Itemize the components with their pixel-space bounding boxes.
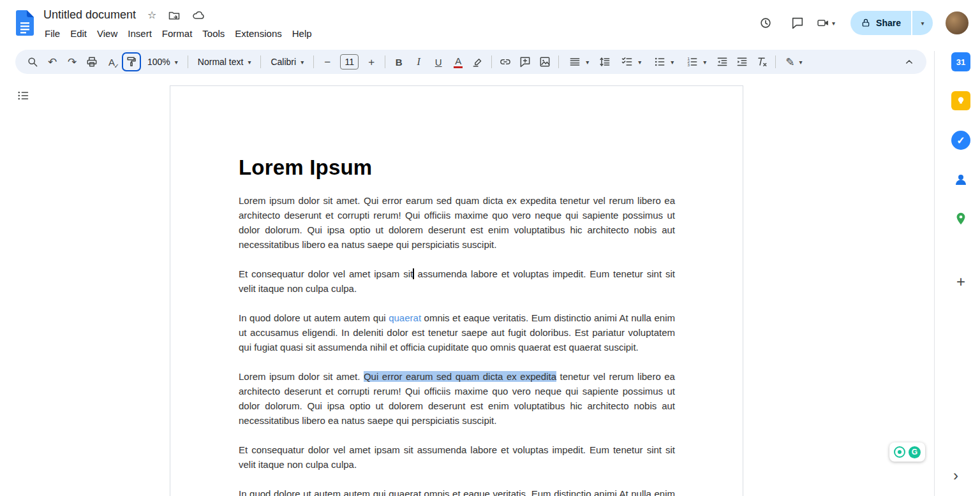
undo-icon: ↶ [48, 57, 57, 68]
menu-item-format[interactable]: Format [157, 26, 198, 41]
header-actions: ▾ Share ▾ [753, 10, 969, 36]
clear-formatting-button[interactable] [752, 52, 771, 71]
text-run: In quod dolore ut autem autem qui [239, 312, 389, 323]
editing-mode-button[interactable]: ✎ ▾ [780, 52, 808, 71]
increase-font-size-button[interactable]: + [362, 52, 381, 71]
maps-icon[interactable] [951, 209, 970, 228]
menu-item-edit[interactable]: Edit [65, 26, 92, 41]
add-comment-button[interactable] [516, 52, 535, 71]
font-select[interactable]: Calibri ▾ [265, 52, 309, 71]
comments-icon[interactable] [785, 10, 810, 36]
checklist-icon [621, 55, 634, 68]
show-outline-button[interactable] [17, 89, 33, 106]
formatting-toolbar: ↶ ↷ A✓ 100% ▾ Normal text ▾ Calibri ▾ − … [15, 50, 926, 74]
document-title[interactable]: Untitled document [43, 8, 136, 22]
calendar-icon[interactable]: 31 [951, 52, 970, 71]
redo-icon: ↷ [68, 57, 77, 68]
toolbar-separator [491, 55, 492, 68]
decrease-font-size-button[interactable]: − [318, 52, 337, 71]
align-button[interactable]: ▾ [563, 52, 595, 71]
numbered-list-button[interactable]: 123 ▾ [680, 52, 712, 71]
contacts-icon[interactable] [951, 170, 970, 189]
menu-item-extensions[interactable]: Extensions [230, 26, 286, 41]
share-button-label: Share [876, 18, 901, 28]
align-icon [568, 55, 581, 68]
highlighter-icon [471, 55, 484, 68]
toolbar-separator [313, 55, 314, 68]
increase-indent-button[interactable] [732, 52, 752, 71]
share-button[interactable]: Share [850, 11, 911, 35]
paint-format-button[interactable] [122, 52, 141, 71]
pen-icon: ✎ [785, 57, 794, 68]
grammarly-status-icon [894, 446, 905, 458]
toolbar-separator [775, 55, 776, 68]
bulleted-list-button[interactable]: ▾ [648, 52, 679, 71]
toolbar-separator [385, 55, 385, 68]
decrease-indent-button[interactable] [713, 52, 732, 71]
spellcheck-button[interactable]: A✓ [102, 52, 121, 71]
paragraph[interactable]: Lorem ipsum dolor sit amet. Qui error ea… [239, 193, 675, 252]
insert-link-button[interactable] [496, 52, 515, 71]
hide-menus-button[interactable] [900, 52, 919, 71]
menu-item-help[interactable]: Help [287, 26, 317, 41]
zoom-select[interactable]: 100% ▾ [142, 52, 184, 71]
doc-heading[interactable]: Lorem Ipsum [239, 156, 675, 180]
meet-dropdown-arrow[interactable]: ▾ [832, 20, 835, 27]
grammarly-widget[interactable]: G [889, 442, 925, 462]
paragraph[interactable]: In quod dolore ut autem autem qui quaera… [239, 486, 675, 496]
menu-item-view[interactable]: View [92, 26, 122, 41]
svg-text:3: 3 [688, 62, 690, 67]
bold-button[interactable]: B [389, 52, 408, 71]
user-avatar[interactable] [946, 11, 969, 34]
version-history-icon[interactable] [753, 10, 778, 36]
menu-item-tools[interactable]: Tools [197, 26, 230, 41]
paint-format-icon [125, 55, 138, 68]
italic-button[interactable]: I [409, 52, 428, 71]
menu-item-insert[interactable]: Insert [122, 26, 157, 41]
minus-icon: − [324, 57, 330, 68]
highlight-color-button[interactable] [468, 52, 487, 71]
share-button-group: Share ▾ [850, 11, 933, 35]
print-button[interactable] [82, 52, 101, 71]
share-dropdown-arrow[interactable]: ▾ [912, 11, 933, 35]
add-comment-icon [519, 55, 531, 68]
doc-body[interactable]: Lorem ipsum dolor sit amet. Qui error ea… [239, 193, 675, 496]
selected-text: Qui error earum sed quam dicta ex expedi… [364, 371, 556, 382]
doc-hyperlink[interactable]: quaerat [389, 312, 421, 323]
document-page[interactable]: Lorem Ipsum Lorem ipsum dolor sit amet. … [170, 85, 743, 496]
cloud-saved-icon[interactable] [192, 9, 205, 22]
star-icon[interactable]: ☆ [147, 10, 156, 20]
paragraph[interactable]: Et consequatur dolor vel amet ipsam sit … [239, 442, 675, 472]
text-color-button[interactable]: A [449, 52, 468, 71]
font-size-input[interactable]: 11 [340, 54, 359, 69]
move-to-folder-icon[interactable] [168, 9, 181, 22]
font-value: Calibri [271, 57, 296, 67]
paragraph-style-select[interactable]: Normal text ▾ [192, 52, 257, 71]
insert-image-button[interactable] [535, 52, 554, 71]
lock-icon [861, 18, 871, 28]
underline-button[interactable]: U [429, 52, 448, 71]
line-spacing-button[interactable] [595, 52, 614, 71]
text-run: Et consequatur dolor vel amet ipsam sit … [239, 444, 675, 470]
undo-button[interactable]: ↶ [43, 52, 62, 71]
tasks-icon[interactable]: ✓ [951, 131, 970, 150]
menu-item-file[interactable]: File [40, 26, 65, 41]
show-side-panel-icon[interactable]: › [953, 467, 958, 485]
get-addons-icon[interactable]: + [951, 272, 970, 291]
redo-button[interactable]: ↷ [63, 52, 82, 71]
docs-logo-icon[interactable] [16, 10, 34, 36]
checklist-button[interactable]: ▾ [615, 52, 647, 71]
paragraph[interactable]: In quod dolore ut autem autem qui quaera… [239, 310, 675, 354]
meet-join-button[interactable]: ▾ [817, 17, 835, 29]
grammarly-g-icon: G [909, 446, 921, 458]
search-menus-button[interactable] [23, 52, 42, 71]
paragraph[interactable]: Et consequatur dolor vel amet ipsam sit … [239, 266, 675, 296]
numbered-list-icon: 123 [686, 55, 699, 68]
paragraph[interactable]: Lorem ipsum dolor sit amet. Qui error ea… [239, 369, 675, 428]
outline-icon [17, 89, 29, 102]
search-icon [26, 55, 39, 68]
toolbar-separator [558, 55, 559, 68]
bulleted-list-icon [653, 55, 666, 68]
text-run: Lorem ipsum dolor sit amet. [239, 371, 364, 382]
keep-icon[interactable] [951, 91, 970, 110]
